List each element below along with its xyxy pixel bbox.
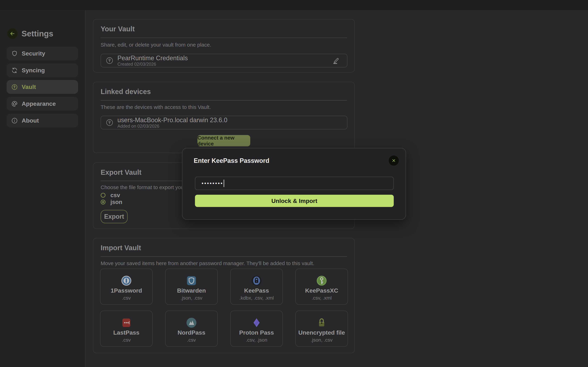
connect-new-device-button[interactable]: Connect a new device (197, 135, 250, 146)
keepass-icon (251, 275, 262, 287)
nordpass-icon (186, 317, 197, 329)
import-vault-section: Import Vault Move your saved items here … (93, 238, 355, 353)
import-tile-1password[interactable]: 1Password .csv (100, 269, 153, 305)
sidebar-item-about[interactable]: About (7, 114, 78, 127)
unlocked-padlock-icon (316, 317, 328, 329)
import-tile-keepassxc[interactable]: KeePassXC .csv, .xml (295, 269, 348, 305)
provider-name: Proton Pass (231, 329, 282, 336)
format-option-json[interactable]: json (101, 199, 122, 206)
divider (101, 100, 347, 100)
section-title: Import Vault (101, 244, 141, 252)
section-description: Move your saved items here from another … (101, 260, 314, 266)
import-tile-nordpass[interactable]: NordPass .csv (165, 311, 218, 347)
provider-formats: .kdbx, .csv, .xml (231, 295, 282, 301)
password-masked-value: •••••••• (202, 177, 223, 190)
import-tile-lastpass[interactable]: LastPass .csv (100, 311, 153, 347)
lastpass-icon (120, 317, 132, 329)
divider (101, 38, 347, 38)
provider-formats: .csv, .json (231, 337, 282, 343)
provider-name: KeePass (231, 287, 282, 294)
sidebar-item-security[interactable]: Security (7, 47, 78, 60)
bitwarden-icon (186, 275, 197, 287)
provider-formats: .json, .csv (165, 295, 217, 301)
provider-name: NordPass (165, 329, 217, 336)
import-tile-protonpass[interactable]: Proton Pass .csv, .json (230, 311, 283, 347)
arrow-left-icon (9, 31, 15, 37)
section-title: Linked devices (101, 88, 151, 96)
sidebar-item-vault[interactable]: Vault (7, 80, 78, 94)
radio-selected-icon[interactable] (101, 200, 106, 205)
section-title: Export Vault (101, 168, 141, 176)
password-input[interactable]: •••••••• (195, 177, 394, 190)
provider-name: LastPass (100, 329, 152, 336)
key-circle-icon (106, 57, 114, 65)
sidebar-item-label: About (22, 117, 39, 124)
provider-formats: .json, .csv (296, 337, 348, 343)
sidebar-item-label: Syncing (22, 67, 45, 74)
sidebar-item-label: Vault (22, 83, 36, 90)
import-tile-bitwarden[interactable]: Bitwarden .json, .csv (165, 269, 218, 305)
page-title: Settings (22, 28, 53, 39)
provider-name: Bitwarden (165, 287, 217, 294)
your-vault-section: Your Vault Share, edit, or delete your v… (93, 19, 355, 73)
section-description: Share, edit, or delete your vault from o… (101, 42, 211, 48)
divider (101, 256, 347, 257)
format-label: json (110, 199, 122, 205)
close-icon (392, 158, 396, 163)
provider-formats: .csv (100, 337, 152, 343)
keepass-password-dialog: Enter KeePass Password •••••••• Unlock &… (182, 148, 406, 220)
provider-formats: .csv (100, 295, 152, 301)
export-button[interactable]: Export (101, 210, 128, 223)
section-description: These are the devices with access to thi… (101, 104, 211, 110)
provider-grid: 1Password .csv Bitwarden .json, .csv Kee… (100, 269, 348, 347)
linked-devices-section: Linked devices These are the devices wit… (93, 82, 355, 153)
key-circle-icon (11, 84, 18, 90)
1password-icon (120, 275, 132, 287)
protonpass-icon (251, 317, 262, 329)
radio-unselected-icon[interactable] (101, 193, 106, 198)
provider-name: Unencrypted file (296, 329, 348, 336)
import-tile-keepass[interactable]: KeePass .kdbx, .csv, .xml (230, 269, 283, 305)
shield-icon (11, 50, 18, 57)
pencil-icon[interactable] (332, 57, 340, 65)
format-option-csv[interactable]: csv (101, 192, 120, 199)
vault-row[interactable]: PearRuntime Credentials Created 02/03/20… (101, 54, 347, 67)
sidebar-item-appearance[interactable]: Appearance (7, 97, 78, 111)
device-name: users-MacBook-Pro.local darwin 23.6.0 (117, 117, 227, 124)
settings-screen: Settings Security Syncing Vault Appearan… (0, 0, 588, 367)
vault-name: PearRuntime Credentials (117, 55, 188, 62)
provider-formats: .csv (165, 337, 217, 343)
sync-icon (11, 67, 18, 74)
sidebar-item-syncing[interactable]: Syncing (7, 63, 78, 77)
provider-name: KeePassXC (296, 287, 348, 294)
close-button[interactable] (389, 156, 399, 166)
format-label: csv (110, 192, 120, 199)
device-row: users-MacBook-Pro.local darwin 23.6.0 Ad… (101, 116, 347, 129)
keepassxc-icon (316, 275, 328, 287)
import-tile-unencrypted[interactable]: Unencrypted file .json, .csv (295, 311, 348, 347)
info-icon (11, 117, 18, 124)
device-added-date: Added on 02/03/2026 (117, 124, 227, 128)
unlock-import-button[interactable]: Unlock & Import (195, 195, 394, 207)
key-circle-icon (106, 118, 114, 127)
sidebar-item-label: Appearance (22, 100, 56, 107)
palette-icon (11, 100, 18, 107)
provider-formats: .csv, .xml (296, 295, 348, 301)
section-title: Your Vault (101, 25, 135, 33)
sidebar: Settings Security Syncing Vault Appearan… (0, 10, 86, 367)
window-title-bar (0, 0, 588, 10)
vault-created-date: Created 02/03/2026 (117, 62, 188, 67)
dialog-title: Enter KeePass Password (194, 157, 269, 164)
text-caret (224, 180, 224, 187)
back-button[interactable] (7, 28, 18, 39)
sidebar-item-label: Security (22, 50, 45, 57)
provider-name: 1Password (100, 287, 152, 294)
